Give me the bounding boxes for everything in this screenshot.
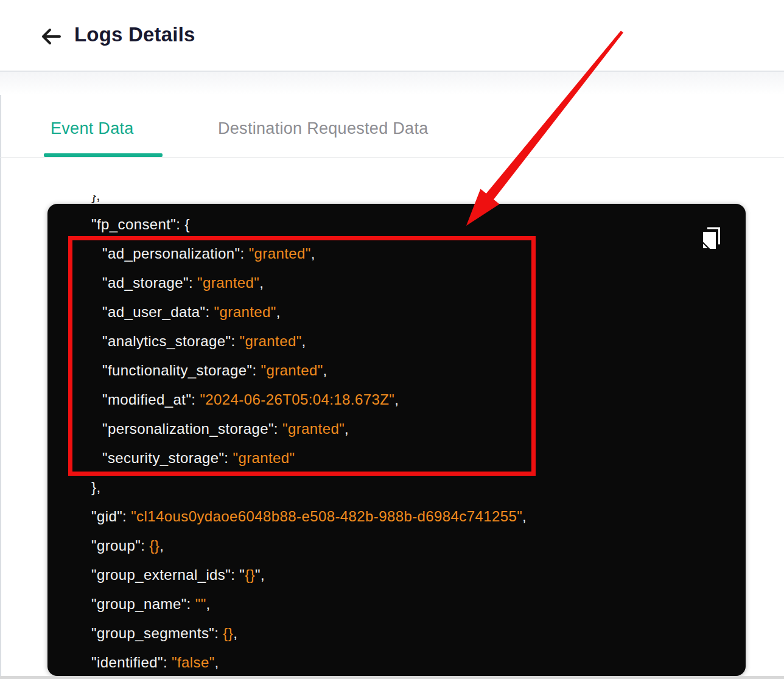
code-line: "analytics_storage": "granted", xyxy=(47,327,746,356)
code-line: "fp_consent": { xyxy=(47,210,746,239)
code-line: "modified_at": "2024-06-26T05:04:18.673Z… xyxy=(47,385,746,414)
code-line: "identified": "false", xyxy=(47,648,746,676)
code-line: "ad_user_data": "granted", xyxy=(47,298,746,327)
code-line: "ad_personalization": "granted", xyxy=(47,239,746,268)
code-line: "group": {}, xyxy=(47,531,746,560)
tabs-divider xyxy=(0,157,784,158)
code-line: "functionality_storage": "granted", xyxy=(47,356,746,385)
copy-button[interactable] xyxy=(700,226,722,251)
code-line: "security_storage": "granted" xyxy=(47,444,746,473)
page-left-border xyxy=(0,0,1,679)
bottom-edge-strip xyxy=(0,676,784,679)
code-line: "gid": "cl14ous0ydaoe6048b88-e508-482b-9… xyxy=(47,502,746,531)
tab-event-data[interactable]: Event Data xyxy=(51,119,134,138)
code-line: "ad_storage": "granted", xyxy=(47,268,746,298)
logs-details-page: Logs Details Event Data Destination Requ… xyxy=(0,0,784,679)
header-shadow xyxy=(0,72,784,95)
arrow-left-icon xyxy=(40,39,62,48)
clipped-code-fragment: }, xyxy=(91,195,100,204)
event-data-code-block: "fp_consent": {"ad_personalization": "gr… xyxy=(47,204,746,676)
code-lines: "fp_consent": {"ad_personalization": "gr… xyxy=(47,204,746,676)
page-header: Logs Details xyxy=(0,0,784,71)
code-line: }, xyxy=(47,473,746,502)
code-line: "group_segments": {}, xyxy=(47,619,746,648)
copy-pages-icon xyxy=(700,243,722,252)
back-button[interactable] xyxy=(40,27,62,46)
tab-destination-requested-data[interactable]: Destination Requested Data xyxy=(218,119,429,138)
code-line: "personalization_storage": "granted", xyxy=(47,414,746,444)
code-line: "group_external_ids": "{}", xyxy=(47,560,746,590)
page-title: Logs Details xyxy=(74,23,195,46)
code-line: "group_name": "", xyxy=(47,590,746,619)
